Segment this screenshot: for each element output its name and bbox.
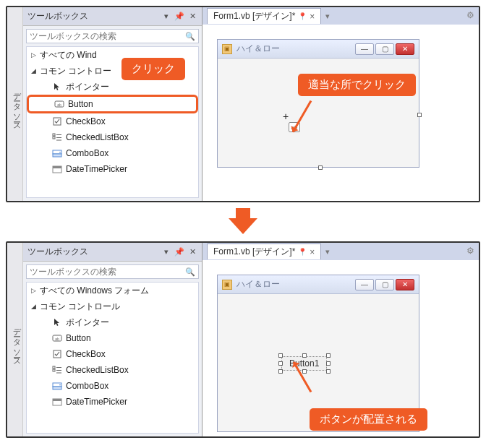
selection-handle[interactable] bbox=[318, 165, 323, 170]
toolbox-title: ツールボックス bbox=[27, 10, 158, 22]
item-label: Button bbox=[68, 99, 93, 109]
selection-handle[interactable] bbox=[302, 369, 307, 374]
dropdown-icon[interactable]: ▾ bbox=[325, 247, 330, 257]
pin-icon[interactable]: 📍 bbox=[298, 248, 307, 256]
close-button[interactable]: ✕ bbox=[396, 43, 414, 55]
datasource-tab[interactable]: データ ソース bbox=[7, 243, 23, 436]
selection-handle[interactable] bbox=[326, 369, 331, 374]
app-icon: ▣ bbox=[222, 44, 232, 54]
pin-icon[interactable]: 📍 bbox=[298, 12, 307, 20]
svg-text:ab: ab bbox=[57, 103, 61, 107]
minimize-button[interactable]: — bbox=[355, 279, 374, 290]
selection-handle[interactable] bbox=[278, 369, 283, 374]
chevron-right-icon: ▷ bbox=[30, 287, 37, 294]
item-label: ポインター bbox=[66, 316, 109, 329]
item-label: ComboBox bbox=[66, 381, 108, 391]
callout-click: クリック bbox=[122, 58, 185, 80]
dropdown-icon[interactable]: ▾ bbox=[161, 247, 171, 257]
maximize-button[interactable]: ▢ bbox=[375, 43, 394, 55]
gear-icon[interactable]: ⚙ bbox=[466, 10, 474, 20]
window-buttons: — ▢ ✕ bbox=[355, 279, 414, 290]
item-label: ComboBox bbox=[66, 148, 108, 158]
designer-panel: ⚙ Form1.vb [デザイン]* 📍 × ▾ ▣ ハイ＆ロー — ▢ ✕ bbox=[202, 7, 479, 201]
app-icon: ▣ bbox=[222, 280, 232, 290]
toolbox-header: ツールボックス ▾ 📌 ✕ bbox=[23, 243, 202, 262]
toolbox-search[interactable]: 🔍 bbox=[26, 29, 199, 43]
item-checkedlistbox[interactable]: CheckedListBox bbox=[27, 129, 198, 145]
group-common-controls[interactable]: ◢ コモン コントロール bbox=[27, 298, 198, 314]
group-all-windows[interactable]: ▷ すべての Windows フォーム bbox=[27, 283, 198, 298]
item-checkedlistbox[interactable]: CheckedListBox bbox=[27, 362, 198, 378]
toolbox-tree: ▷ すべての Windows フォーム ◢ コモン コントロール ポインター a… bbox=[26, 282, 199, 434]
form-title: ハイ＆ロー bbox=[236, 278, 351, 290]
combobox-icon bbox=[51, 147, 63, 159]
close-icon[interactable]: × bbox=[310, 12, 315, 22]
doc-tab[interactable]: Form1.vb [デザイン]* 📍 × bbox=[207, 8, 321, 24]
item-datetimepicker[interactable]: DateTimePicker bbox=[27, 394, 198, 410]
checkedlistbox-icon bbox=[51, 132, 63, 143]
item-button[interactable]: ab Button bbox=[27, 330, 198, 346]
form-titlebar: ▣ ハイ＆ロー — ▢ ✕ bbox=[218, 275, 419, 294]
pointer-icon bbox=[51, 316, 63, 328]
toolbox-search[interactable]: 🔍 bbox=[26, 264, 199, 279]
pin-icon[interactable]: 📌 bbox=[174, 247, 184, 257]
datetimepicker-icon bbox=[51, 163, 63, 175]
toolbox-panel: ツールボックス ▾ 📌 ✕ 🔍 ▷ すべての Windows フォーム ◢ コモ… bbox=[23, 243, 202, 436]
search-input[interactable] bbox=[30, 267, 182, 277]
callout-click-anywhere: 適当な所でクリック bbox=[298, 74, 416, 96]
item-combobox[interactable]: ComboBox bbox=[27, 378, 198, 394]
designer-panel: ⚙ Form1.vb [デザイン]* 📍 × ▾ ▣ ハイ＆ロー — ▢ ✕ bbox=[202, 243, 479, 436]
checkbox-icon bbox=[51, 348, 63, 360]
datetimepicker-icon bbox=[51, 396, 63, 408]
form-window[interactable]: ▣ ハイ＆ロー — ▢ ✕ + ab bbox=[217, 39, 419, 168]
svg-rect-21 bbox=[53, 387, 61, 389]
vs-frame-top: データ ソース ツールボックス ▾ 📌 ✕ 🔍 ▷ すべての Wind ◢ コモ… bbox=[6, 6, 480, 202]
pointer-icon bbox=[51, 81, 63, 92]
button-control[interactable]: Button1 bbox=[281, 356, 327, 371]
selection-handle[interactable] bbox=[326, 353, 331, 358]
item-label: CheckedListBox bbox=[66, 365, 129, 375]
item-pointer[interactable]: ポインター bbox=[27, 79, 198, 95]
toolbox-title: ツールボックス bbox=[27, 246, 158, 258]
search-input[interactable] bbox=[30, 31, 182, 41]
item-label: CheckBox bbox=[66, 349, 106, 359]
minimize-button[interactable]: — bbox=[355, 43, 374, 55]
svg-rect-16 bbox=[53, 369, 55, 371]
dropdown-icon[interactable]: ▾ bbox=[161, 12, 171, 22]
close-icon[interactable]: ✕ bbox=[187, 12, 197, 22]
window-buttons: — ▢ ✕ bbox=[355, 43, 414, 55]
selection-handle[interactable] bbox=[302, 353, 307, 358]
selection-handle[interactable] bbox=[417, 113, 422, 117]
item-checkbox[interactable]: CheckBox bbox=[27, 346, 198, 362]
doc-tab[interactable]: Form1.vb [デザイン]* 📍 × bbox=[207, 244, 321, 259]
close-button[interactable]: ✕ bbox=[396, 279, 414, 290]
item-pointer[interactable]: ポインター bbox=[27, 314, 198, 330]
item-label: CheckedListBox bbox=[66, 132, 129, 142]
item-label: Button bbox=[66, 333, 91, 343]
design-canvas[interactable]: ▣ ハイ＆ロー — ▢ ✕ + ab bbox=[210, 32, 472, 194]
form-titlebar: ▣ ハイ＆ロー — ▢ ✕ bbox=[218, 40, 419, 59]
pin-icon[interactable]: 📌 bbox=[174, 12, 184, 22]
arrow-down-icon bbox=[229, 218, 257, 234]
selection-handle[interactable] bbox=[278, 361, 283, 366]
selection-handle[interactable] bbox=[278, 353, 283, 358]
design-canvas[interactable]: ▣ ハイ＆ロー — ▢ ✕ Button1 bbox=[210, 267, 472, 429]
close-icon[interactable]: ✕ bbox=[187, 247, 197, 257]
item-checkbox[interactable]: CheckBox bbox=[27, 113, 198, 129]
gear-icon[interactable]: ⚙ bbox=[466, 246, 474, 256]
chevron-down-icon: ◢ bbox=[30, 303, 37, 310]
item-combobox[interactable]: ComboBox bbox=[27, 145, 198, 161]
datasource-tab[interactable]: データ ソース bbox=[7, 7, 23, 201]
vs-frame-bottom: データ ソース ツールボックス ▾ 📌 ✕ 🔍 ▷ すべての Windows フ… bbox=[6, 241, 480, 438]
checkedlistbox-icon bbox=[51, 364, 63, 376]
close-icon[interactable]: × bbox=[310, 247, 315, 257]
group-label: コモン コントロー bbox=[40, 65, 111, 77]
svg-rect-4 bbox=[53, 137, 55, 139]
dropdown-icon[interactable]: ▾ bbox=[325, 12, 330, 21]
item-button[interactable]: ab Button bbox=[27, 95, 198, 113]
button-icon: ab bbox=[54, 98, 65, 110]
selection-handle[interactable] bbox=[326, 361, 331, 366]
doc-tab-bar: Form1.vb [デザイン]* 📍 × ▾ bbox=[202, 243, 479, 260]
maximize-button[interactable]: ▢ bbox=[375, 279, 394, 290]
item-datetimepicker[interactable]: DateTimePicker bbox=[27, 161, 198, 177]
